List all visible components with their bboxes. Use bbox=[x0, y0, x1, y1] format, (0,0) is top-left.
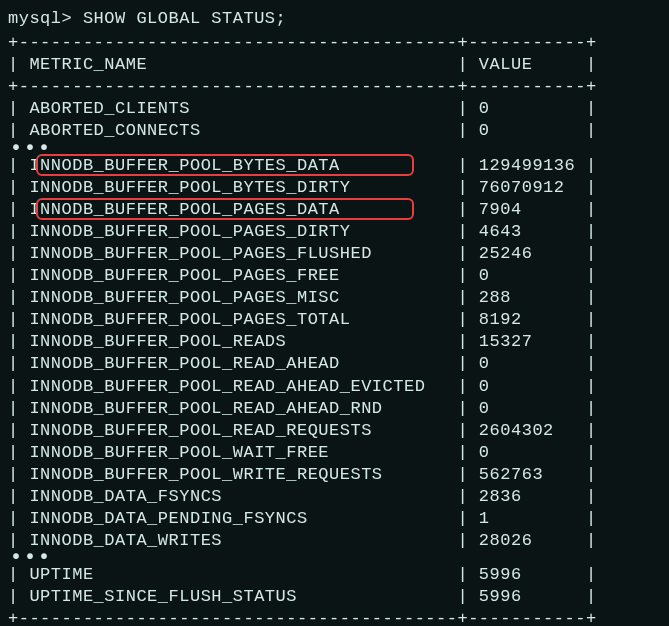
table-border-bottom: +---------------------------------------… bbox=[8, 608, 661, 626]
table-row: | INNODB_BUFFER_POOL_READ_AHEAD_EVICTED … bbox=[8, 376, 661, 398]
highlight-annotation bbox=[36, 154, 414, 176]
table-row: | INNODB_BUFFER_POOL_READS | 15327 | bbox=[8, 331, 661, 353]
table-row: | INNODB_BUFFER_POOL_PAGES_MISC | 288 | bbox=[8, 287, 661, 309]
table-row: | INNODB_DATA_FSYNCS | 2836 | bbox=[8, 486, 661, 508]
table-row: | INNODB_BUFFER_POOL_PAGES_TOTAL | 8192 … bbox=[8, 309, 661, 331]
ellipsis-icon: ••• bbox=[8, 552, 661, 564]
table-row: | ABORTED_CLIENTS | 0 | bbox=[8, 98, 661, 120]
table-row: | INNODB_BUFFER_POOL_WAIT_FREE | 0 | bbox=[8, 442, 661, 464]
highlight-annotation bbox=[36, 198, 414, 220]
table-row: | INNODB_BUFFER_POOL_BYTES_DIRTY | 76070… bbox=[8, 177, 661, 199]
table-row: | INNODB_DATA_PENDING_FSYNCS | 1 | bbox=[8, 508, 661, 530]
table-rows-group1: | ABORTED_CLIENTS | 0 || ABORTED_CONNECT… bbox=[8, 98, 661, 142]
table-row: | UPTIME | 5996 | bbox=[8, 564, 661, 586]
table-rows-group3: | UPTIME | 5996 || UPTIME_SINCE_FLUSH_ST… bbox=[8, 564, 661, 608]
table-row: | INNODB_BUFFER_POOL_READ_AHEAD | 0 | bbox=[8, 353, 661, 375]
table-header-row: | METRIC_NAME | VALUE | bbox=[8, 54, 661, 76]
table-row: | INNODB_BUFFER_POOL_BYTES_DATA | 129499… bbox=[8, 155, 661, 177]
ellipsis-icon: ••• bbox=[8, 143, 661, 155]
table-row: | INNODB_BUFFER_POOL_PAGES_FREE | 0 | bbox=[8, 265, 661, 287]
mysql-prompt: mysql> SHOW GLOBAL STATUS; bbox=[8, 8, 661, 30]
table-row: | INNODB_DATA_WRITES | 28026 | bbox=[8, 530, 661, 552]
table-border-sep: +---------------------------------------… bbox=[8, 76, 661, 98]
table-row: | INNODB_BUFFER_POOL_PAGES_FLUSHED | 252… bbox=[8, 243, 661, 265]
table-row: | INNODB_BUFFER_POOL_READ_REQUESTS | 260… bbox=[8, 420, 661, 442]
table-rows-group2: | INNODB_BUFFER_POOL_BYTES_DATA | 129499… bbox=[8, 155, 661, 553]
table-row: | INNODB_BUFFER_POOL_READ_AHEAD_RND | 0 … bbox=[8, 398, 661, 420]
table-row: | INNODB_BUFFER_POOL_PAGES_DIRTY | 4643 … bbox=[8, 221, 661, 243]
table-border-top: +---------------------------------------… bbox=[8, 32, 661, 54]
table-row: | ABORTED_CONNECTS | 0 | bbox=[8, 120, 661, 142]
table-row: | INNODB_BUFFER_POOL_WRITE_REQUESTS | 56… bbox=[8, 464, 661, 486]
table-row: | INNODB_BUFFER_POOL_PAGES_DATA | 7904 | bbox=[8, 199, 661, 221]
table-row: | UPTIME_SINCE_FLUSH_STATUS | 5996 | bbox=[8, 586, 661, 608]
terminal-output: mysql> SHOW GLOBAL STATUS; +------------… bbox=[8, 8, 661, 626]
